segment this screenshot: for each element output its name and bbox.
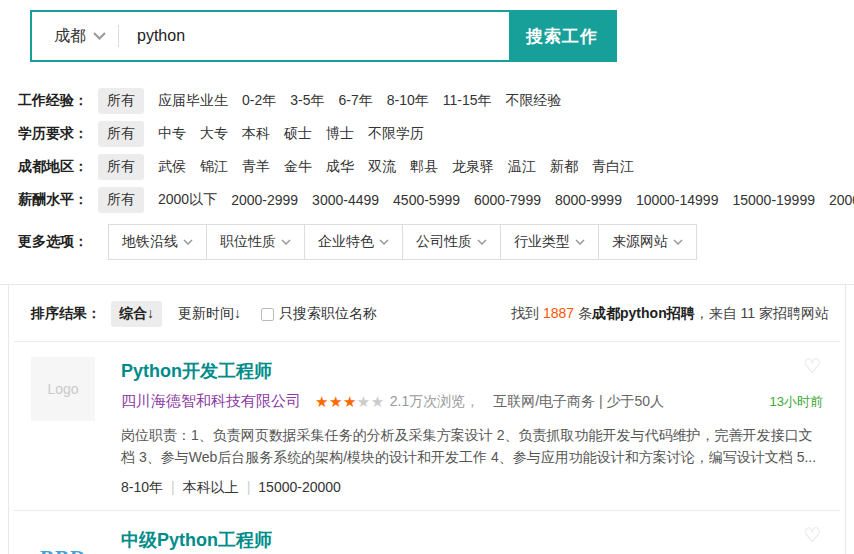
- filter-option[interactable]: 4500-5999: [393, 192, 460, 208]
- dropdown-metro-line[interactable]: 地铁沿线: [108, 224, 207, 260]
- dropdown-industry[interactable]: 行业类型: [500, 224, 599, 260]
- tag-education: 本科以上: [183, 479, 239, 495]
- filter-option[interactable]: 本科: [242, 125, 270, 143]
- logo-placeholder-text: Logo: [47, 381, 78, 397]
- logo-text: BBD: [40, 546, 86, 554]
- filter-option[interactable]: 青羊: [242, 158, 270, 176]
- more-options-label: 更多选项：: [18, 233, 88, 251]
- filter-option[interactable]: 不限学历: [368, 125, 424, 143]
- summary-suffix: ，来自 11 家招聘网站: [695, 305, 829, 321]
- sort-option-update-time[interactable]: 更新时间↓: [178, 305, 241, 323]
- job-title-link[interactable]: Python开发工程师: [121, 359, 272, 383]
- filter-option[interactable]: 锦江: [200, 158, 228, 176]
- job-main: Python开发工程师 四川海德智和科技有限公司 ★★★★★ 2.1万次浏览， …: [121, 357, 823, 497]
- filter-option[interactable]: 15000-19999: [732, 192, 815, 208]
- filter-option[interactable]: 不限经验: [506, 92, 562, 110]
- view-count: 2.1万次浏览，: [390, 393, 479, 411]
- dropdown-company-type[interactable]: 公司性质: [402, 224, 501, 260]
- filter-row-district: 成都地区： 所有 武侯 锦江 青羊 金牛 成华 双流 郫县 龙泉驿 温江 新都 …: [18, 150, 854, 183]
- chevron-down-icon: [183, 239, 193, 245]
- filter-option[interactable]: 6000-7999: [474, 192, 541, 208]
- filter-option[interactable]: 青白江: [592, 158, 634, 176]
- summary-mid: 条: [574, 305, 592, 321]
- job-card[interactable]: BBD 中级Python工程师 成都数联铭品科技有限公司 ★★★★★ 1.8万次…: [9, 511, 845, 554]
- chevron-down-icon: [477, 239, 487, 245]
- filter-option[interactable]: 金牛: [284, 158, 312, 176]
- filter-option[interactable]: 8-10年: [387, 92, 429, 110]
- filter-option[interactable]: 大专: [200, 125, 228, 143]
- filter-option[interactable]: 应届毕业生: [158, 92, 228, 110]
- filter-option[interactable]: 10000-14999: [636, 192, 719, 208]
- filter-row-experience: 工作经验： 所有 应届毕业生 0-2年 3-5年 6-7年 8-10年 11-1…: [18, 84, 854, 117]
- tag-separator: |: [247, 479, 251, 495]
- chevron-down-icon: [281, 239, 291, 245]
- filter-option[interactable]: 11-15年: [443, 92, 492, 110]
- filter-option[interactable]: 8000-9999: [555, 192, 622, 208]
- filter-option[interactable]: 3000-4499: [312, 192, 379, 208]
- dropdown-label: 行业类型: [514, 233, 570, 251]
- dropdown-label: 地铁沿线: [122, 233, 178, 251]
- company-row: 四川海德智和科技有限公司 ★★★★★ 2.1万次浏览， 互联网/电子商务 | 少…: [121, 392, 823, 411]
- search-jobs-button[interactable]: 搜索工作: [509, 12, 615, 60]
- filter-option[interactable]: 双流: [368, 158, 396, 176]
- filter-option[interactable]: 0-2年: [242, 92, 276, 110]
- summary-prefix: 找到: [511, 305, 543, 321]
- tag-salary: 15000-20000: [258, 479, 341, 495]
- dropdown-label: 企业特色: [318, 233, 374, 251]
- job-requirements: 8-10年|本科以上|15000-20000: [121, 479, 823, 497]
- filter-option-selected[interactable]: 所有: [98, 154, 144, 180]
- title-only-label: 只搜索职位名称: [279, 305, 377, 323]
- company-logo: Logo: [31, 357, 95, 421]
- filter-option[interactable]: 博士: [326, 125, 354, 143]
- filter-option-selected[interactable]: 所有: [98, 121, 144, 147]
- sort-option-comprehensive[interactable]: 综合↓: [111, 301, 162, 327]
- filter-row-salary: 薪酬水平： 所有 2000以下 2000-2999 3000-4499 4500…: [18, 183, 854, 216]
- company-link[interactable]: 四川海德智和科技有限公司: [121, 392, 301, 411]
- dropdown-company-feature[interactable]: 企业特色: [304, 224, 403, 260]
- favorite-heart-icon[interactable]: ♡: [803, 356, 821, 376]
- filter-option[interactable]: 6-7年: [338, 92, 372, 110]
- title-only-checkbox[interactable]: [261, 308, 274, 321]
- filter-option[interactable]: 硕士: [284, 125, 312, 143]
- filter-option[interactable]: 武侯: [158, 158, 186, 176]
- posted-time: 13小时前: [770, 393, 823, 411]
- more-options-row: 更多选项： 地铁沿线 职位性质 企业特色 公司性质 行业类型 来源网站: [18, 224, 854, 260]
- filter-option[interactable]: 2000-2999: [231, 192, 298, 208]
- company-logo: BBD: [31, 526, 95, 554]
- filter-option[interactable]: 龙泉驿: [452, 158, 494, 176]
- job-description: 岗位职责：1、负责网页数据采集任务的分析及采集方案设计 2、负责抓取功能开发与代…: [121, 424, 823, 468]
- chevron-down-icon: [673, 239, 683, 245]
- filter-option[interactable]: 新都: [550, 158, 578, 176]
- filter-option[interactable]: 3-5年: [290, 92, 324, 110]
- filter-label-salary: 薪酬水平：: [18, 191, 88, 209]
- city-label: 成都: [54, 26, 86, 47]
- filter-option[interactable]: 成华: [326, 158, 354, 176]
- filter-option[interactable]: 郫县: [410, 158, 438, 176]
- results-panel: 排序结果： 综合↓ 更新时间↓ 只搜索职位名称 找到 1887 条成都pytho…: [8, 285, 846, 554]
- dropdown-label: 公司性质: [416, 233, 472, 251]
- tag-experience: 8-10年: [121, 479, 163, 495]
- filter-row-education: 学历要求： 所有 中专 大专 本科 硕士 博士 不限学历: [18, 117, 854, 150]
- job-title-row: Python开发工程师: [121, 357, 823, 383]
- job-title-row: 中级Python工程师: [121, 526, 823, 552]
- filter-option-selected[interactable]: 所有: [98, 187, 144, 213]
- filter-panel: 工作经验： 所有 应届毕业生 0-2年 3-5年 6-7年 8-10年 11-1…: [18, 84, 854, 216]
- star-rating: ★★★★★: [315, 393, 385, 411]
- filter-option[interactable]: 中专: [158, 125, 186, 143]
- dropdown-label: 来源网站: [612, 233, 668, 251]
- job-card[interactable]: Logo Python开发工程师 四川海德智和科技有限公司 ★★★★★ 2.1万…: [9, 342, 845, 510]
- dropdown-source-site[interactable]: 来源网站: [598, 224, 697, 260]
- filter-option[interactable]: 2000以下: [158, 191, 217, 209]
- filter-option-selected[interactable]: 所有: [98, 88, 144, 114]
- chevron-down-icon: [575, 239, 585, 245]
- search-input[interactable]: [119, 12, 509, 60]
- filter-option[interactable]: 温江: [508, 158, 536, 176]
- search-keyword: 成都python招聘: [592, 305, 695, 321]
- job-title-link[interactable]: 中级Python工程师: [121, 528, 272, 552]
- dropdown-group: 地铁沿线 职位性质 企业特色 公司性质 行业类型 来源网站: [108, 224, 697, 260]
- city-selector[interactable]: 成都: [32, 12, 118, 60]
- dropdown-job-nature[interactable]: 职位性质: [206, 224, 305, 260]
- filter-option[interactable]: 20000-: [829, 192, 854, 208]
- favorite-heart-icon[interactable]: ♡: [803, 525, 821, 545]
- result-summary: 找到 1887 条成都python招聘，来自 11 家招聘网站: [511, 305, 829, 323]
